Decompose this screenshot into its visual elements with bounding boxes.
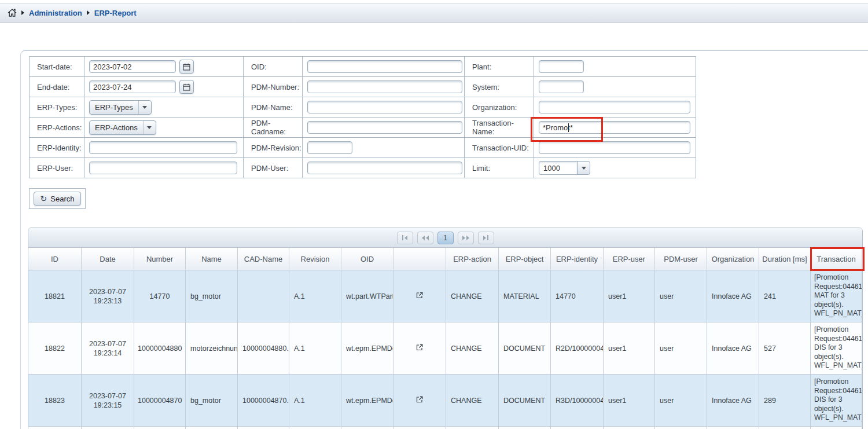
cell-erp-action: CHANGE — [446, 375, 499, 427]
col-header-erp-identity: ERP-identity — [551, 248, 604, 270]
external-link-icon[interactable] — [416, 344, 423, 351]
pdm-revision-input[interactable] — [307, 141, 352, 154]
cell-pdm-user: user — [655, 375, 707, 427]
pager-prev-icon — [422, 236, 425, 240]
erp-report-page: Administration ERP-Report Start-date: OI… — [0, 0, 868, 429]
erp-actions-dropdown[interactable]: ERP-Actions — [89, 120, 156, 135]
cell-date: 2023-07-07 19:23:14 — [82, 322, 134, 375]
transaction-name-input[interactable] — [539, 121, 690, 134]
cell-date: 2023-07-07 19:23:15 — [82, 375, 134, 427]
search-button[interactable]: ↻ Search — [34, 192, 82, 206]
oid-input[interactable] — [307, 60, 462, 73]
pager-prev-button[interactable] — [417, 232, 433, 244]
system-label: System: — [465, 77, 534, 97]
col-header-erp-object: ERP-object — [499, 248, 551, 270]
col-header-revision: Revision — [289, 248, 341, 270]
refresh-icon: ↻ — [41, 195, 47, 203]
cell-name: bg_motor — [186, 270, 238, 322]
cell-transaction: [Promotion Request:04461]: MAT for 3 obj… — [811, 270, 862, 322]
table-row: 18822 2023-07-07 19:23:14 10000004880 mo… — [28, 322, 862, 375]
cell-duration: 241 — [759, 270, 811, 322]
external-link-icon[interactable] — [416, 292, 423, 299]
chevron-down-icon[interactable] — [577, 161, 590, 175]
end-date-input[interactable] — [89, 80, 176, 93]
transaction-uid-label: Transaction-UID: — [465, 138, 534, 158]
col-header-erp-action: ERP-action — [446, 248, 499, 270]
results-header-row: ID Date Number Name CAD-Name Revision OI… — [28, 248, 862, 270]
breadcrumb-separator-icon — [21, 10, 24, 15]
pager-first-icon — [402, 235, 403, 240]
breadcrumb-separator-icon — [87, 10, 90, 15]
erp-types-dropdown-label: ERP-Types — [90, 103, 138, 112]
erp-user-input[interactable] — [89, 162, 237, 174]
organization-input[interactable] — [539, 101, 690, 113]
cell-transaction: [Promotion Request:04461]: DIS for 3 obj… — [811, 322, 862, 375]
cell-organization: Innoface AG — [707, 270, 759, 322]
cell-name: motorzeichnun — [186, 322, 238, 375]
pdm-cadname-input[interactable] — [307, 121, 462, 134]
cell-oid: wt.epm.EPMDo — [341, 375, 393, 427]
pdm-revision-label: PDM-Revision: — [244, 138, 303, 158]
start-date-input[interactable] — [89, 60, 176, 73]
cell-number: 10000004880 — [134, 322, 186, 375]
erp-actions-dropdown-label: ERP-Actions — [90, 123, 143, 132]
pdm-user-input[interactable] — [307, 162, 462, 174]
col-header-name: Name — [186, 248, 238, 270]
transaction-name-label: Transaction-Name: — [465, 118, 534, 138]
pdm-name-label: PDM-Name: — [244, 97, 303, 118]
external-link-icon[interactable] — [416, 396, 423, 403]
limit-dropdown-value: 1000 — [539, 161, 577, 175]
cell-erp-object: DOCUMENT — [499, 322, 551, 375]
col-header-transaction: Transaction — [811, 248, 862, 270]
cell-erp-object: MATERIAL — [499, 270, 551, 322]
cell-erp-identity: R3D/100000048 — [551, 375, 604, 427]
erp-types-label: ERP-Types: — [30, 97, 84, 118]
breadcrumb-erp-report[interactable]: ERP-Report — [94, 9, 137, 17]
plant-input[interactable] — [539, 60, 584, 73]
cell-id: 18822 — [28, 322, 82, 375]
cell-number: 14770 — [134, 270, 186, 322]
col-header-oid: OID — [341, 248, 393, 270]
erp-identity-label: ERP-Identity: — [30, 138, 84, 158]
cell-organization: Innoface AG — [707, 322, 759, 375]
results-toolbar: 1 — [28, 228, 862, 248]
pager-next-button[interactable] — [458, 232, 474, 244]
end-date-calendar-button[interactable] — [179, 80, 194, 94]
cell-revision: A.1 — [289, 270, 341, 322]
cell-transaction: [Promotion Request:04461]: DIS for 3 obj… — [811, 375, 862, 427]
erp-identity-input[interactable] — [89, 141, 237, 154]
col-header-number: Number — [134, 248, 186, 270]
search-button-panel: ↻ Search — [29, 188, 86, 209]
table-row — [28, 427, 862, 429]
pdm-cadname-label: PDM-Cadname: — [244, 118, 303, 138]
limit-label: Limit: — [465, 158, 534, 178]
erp-types-dropdown[interactable]: ERP-Types — [89, 100, 152, 115]
start-date-label: Start-date: — [30, 57, 84, 77]
cell-organization: Innoface AG — [707, 375, 759, 427]
limit-dropdown[interactable]: 1000 — [539, 161, 590, 175]
cell-revision: A.1 — [289, 322, 341, 375]
pdm-number-label: PDM-Number: — [244, 77, 303, 97]
cell-oid: wt.part.WTPart — [341, 270, 393, 322]
home-icon[interactable] — [8, 9, 17, 17]
cell-erp-object: DOCUMENT — [499, 375, 551, 427]
pager-next-icon — [462, 236, 465, 240]
start-date-calendar-button[interactable] — [179, 60, 194, 74]
cell-erp-identity: R2D/100000048 — [551, 322, 604, 375]
pager-first-button[interactable] — [397, 232, 413, 244]
pdm-number-input[interactable] — [307, 80, 462, 93]
cell-open-link — [393, 375, 446, 427]
pager-last-button[interactable] — [478, 232, 494, 244]
chevron-down-icon — [143, 121, 156, 134]
pdm-name-input[interactable] — [307, 101, 462, 113]
cell-erp-user: user1 — [604, 322, 655, 375]
organization-label: Organization: — [465, 97, 534, 118]
cell-erp-user: user1 — [604, 375, 655, 427]
system-input[interactable] — [539, 80, 584, 93]
results-table: ID Date Number Name CAD-Name Revision OI… — [28, 248, 862, 429]
transaction-uid-input[interactable] — [539, 141, 690, 154]
col-header-duration: Duration [ms] — [759, 248, 811, 270]
search-form: Start-date: OID: Plant: End-date: PDM-Nu… — [29, 56, 696, 178]
pager-page-1-button[interactable]: 1 — [437, 232, 454, 244]
breadcrumb-administration[interactable]: Administration — [29, 9, 82, 17]
